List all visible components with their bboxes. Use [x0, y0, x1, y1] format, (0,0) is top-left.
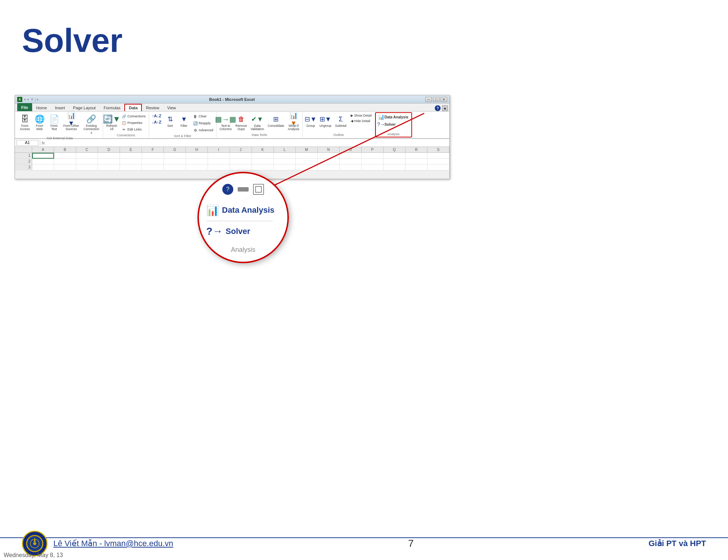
solver-ribbon-btn[interactable]: ?→ Solver	[377, 121, 397, 128]
cell-o2[interactable]	[340, 159, 362, 164]
consolidate-btn[interactable]: ⊞ Consolidate	[266, 113, 286, 129]
ungroup-btn[interactable]: ⊞▼ Ungroup	[318, 113, 333, 129]
col-header-p[interactable]: P	[362, 147, 384, 152]
cell-h3[interactable]	[186, 164, 208, 170]
cell-n3[interactable]	[318, 164, 340, 170]
cell-a1[interactable]	[32, 153, 54, 159]
col-header-h[interactable]: H	[186, 147, 208, 152]
cell-r1[interactable]	[406, 153, 427, 159]
cell-s2[interactable]	[427, 159, 449, 164]
cell-ref-box[interactable]: A1	[16, 140, 38, 146]
cell-g1[interactable]	[164, 153, 186, 159]
cell-m3[interactable]	[296, 164, 318, 170]
cell-h1[interactable]	[186, 153, 208, 159]
from-text-btn[interactable]: 📄 FromText	[47, 113, 61, 132]
cell-d3[interactable]	[98, 164, 120, 170]
what-if-analysis-btn[interactable]: 📊▼ What-IfAnalysis	[286, 113, 301, 132]
col-header-k[interactable]: K	[252, 147, 274, 152]
cell-i3[interactable]	[208, 164, 230, 170]
cell-s3[interactable]	[427, 164, 449, 170]
cell-n1[interactable]	[318, 153, 340, 159]
col-header-s[interactable]: S	[427, 147, 449, 152]
subtotal-btn[interactable]: Σ Subtotal	[333, 113, 348, 129]
group-btn[interactable]: ⊟▼ Group	[304, 113, 317, 129]
existing-connections-btn[interactable]: 🔗 ExistingConnections	[81, 113, 101, 136]
advanced-btn[interactable]: ⚙ Advanced	[191, 127, 215, 133]
cell-l1[interactable]	[274, 153, 296, 159]
cell-g3[interactable]	[164, 164, 186, 170]
sort-desc-btn[interactable]: ↓A↑Z	[151, 119, 163, 125]
tab-page-layout[interactable]: Page Layout	[69, 104, 100, 111]
edit-links-btn[interactable]: ✏ Edit Links	[120, 126, 147, 133]
col-header-g[interactable]: G	[164, 147, 186, 152]
cell-j1[interactable]	[230, 153, 252, 159]
help-icon[interactable]: ?	[435, 105, 441, 111]
cell-i1[interactable]	[208, 153, 230, 159]
reapply-btn[interactable]: 🔄 Reapply	[191, 120, 215, 126]
cell-s1[interactable]	[427, 153, 449, 159]
col-header-n[interactable]: N	[318, 147, 340, 152]
data-validation-btn[interactable]: ✔▼ DataValidation	[249, 113, 265, 132]
connections-btn[interactable]: 🔗 Connections	[120, 113, 147, 120]
cell-p3[interactable]	[362, 164, 384, 170]
cell-c2[interactable]	[76, 159, 98, 164]
cell-c3[interactable]	[76, 164, 98, 170]
cell-o3[interactable]	[340, 164, 362, 170]
cell-g2[interactable]	[164, 159, 186, 164]
cell-k2[interactable]	[252, 159, 274, 164]
ribbon-minimize-icon[interactable]: ▲	[442, 105, 448, 111]
hide-detail-btn[interactable]: ◀ Hide Detail	[349, 118, 373, 124]
author-text[interactable]: Lê Viết Mẫn - lvman@hce.edu.vn	[53, 539, 173, 548]
cell-q2[interactable]	[384, 159, 406, 164]
cell-a2[interactable]	[32, 159, 54, 164]
tab-view[interactable]: View	[163, 104, 180, 111]
from-other-sources-btn[interactable]: 📊▼ From OtherSources	[62, 113, 80, 132]
cell-k3[interactable]	[252, 164, 274, 170]
cell-e3[interactable]	[120, 164, 142, 170]
cell-m2[interactable]	[296, 159, 318, 164]
cell-r2[interactable]	[406, 159, 427, 164]
cell-o1[interactable]	[340, 153, 362, 159]
col-header-f[interactable]: F	[142, 147, 164, 152]
cell-b3[interactable]	[54, 164, 76, 170]
cell-d2[interactable]	[98, 159, 120, 164]
cell-l3[interactable]	[274, 164, 296, 170]
col-header-d[interactable]: D	[98, 147, 120, 152]
tab-data[interactable]: Data	[124, 104, 142, 111]
cell-h2[interactable]	[186, 159, 208, 164]
cell-m1[interactable]	[296, 153, 318, 159]
data-analysis-ribbon-btn[interactable]: 📊 Data Analysis	[377, 114, 410, 120]
cell-q3[interactable]	[384, 164, 406, 170]
tab-file[interactable]: File	[17, 103, 32, 111]
minimize-btn[interactable]: ─	[425, 97, 432, 102]
titlebar-controls[interactable]: ─ □ ✕	[425, 97, 447, 102]
data-analysis-zoom-item[interactable]: 📊 Data Analysis	[206, 201, 274, 219]
refresh-all-btn[interactable]: 🔄▼ RefreshAll	[105, 113, 118, 132]
col-header-l[interactable]: L	[274, 147, 296, 152]
col-header-m[interactable]: M	[296, 147, 318, 152]
cell-f1[interactable]	[142, 153, 164, 159]
col-header-j[interactable]: J	[230, 147, 252, 152]
col-header-o[interactable]: O	[340, 147, 362, 152]
tab-review[interactable]: Review	[142, 104, 163, 111]
cell-e1[interactable]	[120, 153, 142, 159]
cell-b2[interactable]	[54, 159, 76, 164]
cell-i2[interactable]	[208, 159, 230, 164]
tab-formulas[interactable]: Formulas	[100, 104, 125, 111]
cell-p2[interactable]	[362, 159, 384, 164]
tab-insert[interactable]: Insert	[51, 104, 69, 111]
col-header-q[interactable]: Q	[384, 147, 406, 152]
maximize-btn[interactable]: □	[433, 97, 440, 102]
cell-e2[interactable]	[120, 159, 142, 164]
cell-a3[interactable]	[32, 164, 54, 170]
show-detail-btn[interactable]: ▶ Show Detail	[349, 113, 373, 118]
col-header-e[interactable]: E	[120, 147, 142, 152]
tab-home[interactable]: Home	[32, 104, 51, 111]
sort-btn[interactable]: ⇅ Sort	[163, 113, 177, 129]
from-access-btn[interactable]: 🗄 FromAccess	[18, 113, 32, 132]
cell-p1[interactable]	[362, 153, 384, 159]
cell-r3[interactable]	[406, 164, 427, 170]
cell-f3[interactable]	[142, 164, 164, 170]
cell-n2[interactable]	[318, 159, 340, 164]
cell-d1[interactable]	[98, 153, 120, 159]
